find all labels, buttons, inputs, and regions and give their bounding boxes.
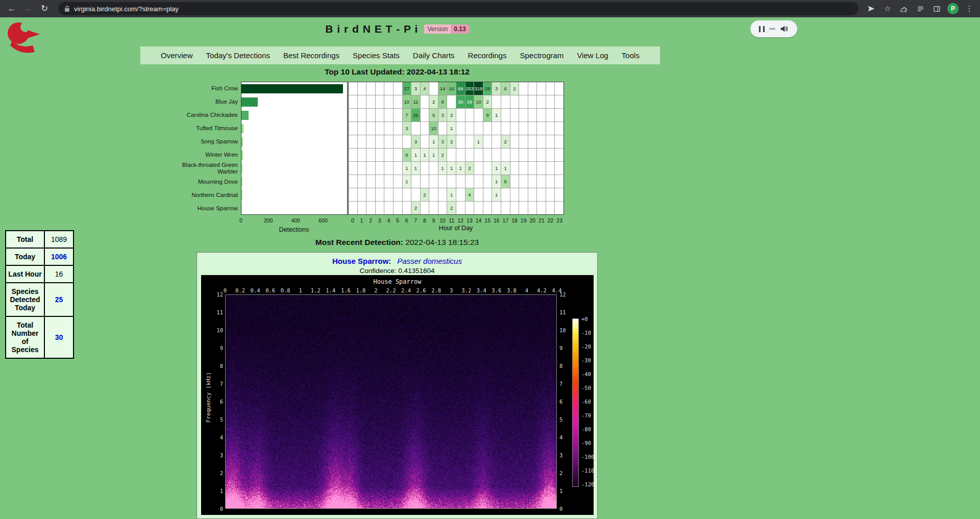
back-icon[interactable]: ← (5, 2, 18, 15)
send-icon[interactable] (866, 3, 877, 14)
heatmap-cell (456, 202, 465, 214)
spec-xtick: 1.6 (341, 287, 351, 293)
spec-xtick: 1 (299, 287, 302, 293)
detection-count-bar (241, 137, 243, 146)
heatmap-cell (555, 95, 564, 108)
heatmap-cell (421, 122, 429, 135)
heatmap-cell (528, 149, 537, 161)
heatmap-cell: 2 (465, 162, 474, 175)
nav-item-tools[interactable]: Tools (622, 51, 640, 60)
heatmap-cell (384, 149, 393, 161)
heatmap-cell (528, 188, 537, 201)
heatmap-cell (358, 149, 366, 161)
reading-list-icon[interactable] (915, 3, 926, 14)
detection-count-bar (241, 177, 242, 186)
heatmap-cell (546, 202, 555, 214)
spec-ytick: 5 (208, 416, 223, 423)
nav-item-spectrogram[interactable]: Spectrogram (520, 51, 564, 60)
heatmap-cell (528, 135, 537, 148)
pause-icon[interactable] (759, 26, 765, 32)
hour-xtick: 1 (360, 217, 363, 224)
heatmap-cell (510, 109, 519, 121)
heatmap-cell (492, 122, 501, 135)
stats-row-last-hour: Last Hour16 (6, 265, 74, 283)
page-header: B i r d N E T - P i Version 0.13 (0, 20, 794, 38)
heatmap-cell (366, 188, 375, 201)
seek-bar[interactable] (769, 28, 775, 30)
detection-scientific-name[interactable]: Passer domesticus (397, 257, 462, 265)
heatmap-cell: 2 (447, 109, 456, 121)
spec-ytick: 7 (208, 381, 223, 387)
heatmap-cell: 3 (411, 135, 420, 148)
heatmap-cell (411, 188, 420, 201)
nav-item-recordings[interactable]: Recordings (468, 51, 507, 60)
heatmap-cell (492, 149, 501, 161)
heatmap-cell (465, 135, 474, 148)
bookmark-star-icon[interactable]: ☆ (882, 3, 893, 14)
heatmap-cell (366, 95, 375, 108)
heatmap-cell (358, 82, 366, 95)
heatmap-cell (384, 122, 393, 135)
extensions-icon[interactable] (898, 3, 910, 14)
detection-count-bar (241, 190, 242, 200)
heatmap-cell (384, 109, 393, 121)
forward-icon[interactable]: → (21, 2, 35, 15)
heatmap-cell (421, 95, 429, 108)
heatmap-cell: 10 (429, 122, 438, 135)
page-content: B i r d N E T - P i Version 0.13 Overvie… (0, 17, 794, 519)
heatmap-cell: 1 (438, 162, 447, 175)
audio-player[interactable] (750, 20, 797, 37)
spec-xtick: 2.8 (431, 287, 441, 293)
heatmap-cell: 2 (411, 202, 420, 214)
heatmap-cell: 1 (501, 162, 510, 175)
heatmap-cell (546, 109, 555, 121)
reload-icon[interactable]: ↻ (38, 2, 51, 15)
heatmap-cell (510, 122, 519, 135)
nav-item-daily-charts[interactable]: Daily Charts (413, 51, 455, 60)
heatmap-cell: 2 (501, 135, 510, 148)
heatmap-cell (474, 175, 483, 188)
heatmap-cell (474, 109, 483, 121)
nav-item-overview[interactable]: Overview (161, 51, 193, 60)
heatmap-cell (394, 162, 402, 175)
heatmap-cell (429, 162, 438, 175)
heatmap-cell (537, 202, 546, 214)
heatmap-cell: 3 (438, 135, 447, 148)
version-value: 0.13 (451, 24, 469, 34)
detection-count-bar (241, 111, 249, 120)
heatmap-cell (555, 175, 564, 188)
address-bar[interactable]: virginia.birdnetpi.com/?stream=play (58, 2, 859, 15)
heatmap-cell: 1 (447, 122, 456, 135)
nav-item-best-recordings[interactable]: Best Recordings (283, 51, 339, 60)
heatmap-cell: 26 (411, 109, 420, 121)
heatmap-cell: 3 (403, 122, 411, 135)
heatmap-cell (394, 188, 402, 201)
stat-value[interactable]: 1006 (44, 248, 74, 265)
heatmap-cell (349, 95, 357, 108)
spec-ytick: 3 (559, 452, 575, 458)
hour-xtick: 12 (457, 217, 463, 224)
heatmap-cell: 6 (403, 149, 411, 161)
nav-item-species-stats[interactable]: Species Stats (353, 51, 400, 60)
nav-item-view-log[interactable]: View Log (577, 51, 608, 60)
heatmap-cell (528, 95, 537, 108)
heatmap-cell (483, 162, 492, 175)
detection-common-name[interactable]: House Sparrow: (332, 257, 391, 265)
colorbar-tick: +0 (581, 316, 588, 322)
side-panel-icon[interactable] (931, 3, 942, 14)
heatmap-cell (474, 122, 483, 135)
heatmap-cell (421, 135, 429, 148)
browser-toolbar: ← → ↻ virginia.birdnetpi.com/?stream=pla… (0, 0, 980, 17)
spec-xtick: 1.8 (356, 287, 365, 293)
volume-icon[interactable] (780, 25, 789, 33)
heatmap-cell: 1 (474, 135, 483, 148)
hour-xtick: 9 (432, 217, 435, 224)
profile-avatar[interactable]: P (947, 3, 959, 14)
heatmap-cell (501, 95, 510, 108)
heatmap-cell (349, 135, 357, 148)
menu-kebab-icon[interactable]: ⋮ (964, 3, 975, 14)
stat-value[interactable]: 30 (44, 316, 74, 358)
stat-value[interactable]: 25 (44, 283, 74, 316)
heatmap-cell (474, 149, 483, 161)
nav-item-today-s-detections[interactable]: Today's Detections (206, 51, 270, 60)
